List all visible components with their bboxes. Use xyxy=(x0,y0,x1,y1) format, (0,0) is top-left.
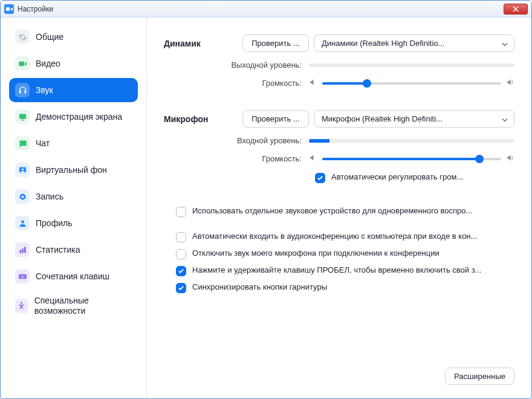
sidebar-item-virtualbg[interactable]: Виртуальный фон xyxy=(9,158,138,182)
option-separate-device-label: Использовать отдельное звуковое устройст… xyxy=(192,206,514,215)
mic-auto-adjust-label: Автоматически регулировать гром... xyxy=(331,172,514,181)
video-icon xyxy=(15,56,30,71)
gear-icon xyxy=(15,30,30,44)
settings-content: Динамик Проверить ... Динамики (Realtek … xyxy=(147,18,531,398)
mic-volume-label: Громкость: xyxy=(164,154,309,163)
screen-icon xyxy=(15,109,30,124)
volume-high-icon xyxy=(506,154,514,164)
mic-volume-slider[interactable] xyxy=(322,158,501,160)
speaker-output-level-label: Выходной уровень: xyxy=(164,60,309,70)
sidebar-item-video[interactable]: Видео xyxy=(9,51,138,76)
sidebar-item-label: Запись xyxy=(36,192,63,202)
option-separate-device-checkbox[interactable]: Использовать отдельное звуковое устройст… xyxy=(176,206,514,217)
svg-rect-8 xyxy=(22,248,24,253)
sidebar: Общие Видео Звук Демонстрация экрана xyxy=(1,18,147,398)
mic-device-select[interactable]: Микрофон (Realtek High Definiti... xyxy=(314,110,514,128)
speaker-test-button[interactable]: Проверить ... xyxy=(242,34,309,52)
checkbox-empty-icon xyxy=(176,249,186,259)
sidebar-item-label: Видео xyxy=(36,59,60,69)
virtualbg-icon xyxy=(15,163,30,177)
titlebar: Настройки xyxy=(1,1,531,18)
sidebar-item-record[interactable]: Запись xyxy=(9,184,138,209)
sidebar-item-profile[interactable]: Профиль xyxy=(9,211,138,235)
mic-input-level-label: Входной уровень: xyxy=(164,136,309,145)
option-auto-join-audio-checkbox[interactable]: Автоматически входить в аудиоконференцию… xyxy=(176,232,514,242)
option-auto-join-audio-label: Автоматически входить в аудиоконференцию… xyxy=(192,232,514,241)
mic-device-value: Микрофон (Realtek High Definiti... xyxy=(322,114,443,123)
svg-rect-11 xyxy=(20,275,21,276)
mic-input-meter xyxy=(309,139,514,143)
advanced-button[interactable]: Расширенные xyxy=(445,368,514,385)
speaker-device-value: Динамики (Realtek High Definitio... xyxy=(322,39,444,48)
svg-point-3 xyxy=(21,168,23,170)
close-button[interactable] xyxy=(504,4,528,15)
mic-auto-adjust-checkbox[interactable]: Автоматически регулировать гром... xyxy=(315,172,514,183)
profile-icon xyxy=(15,216,30,230)
svg-point-6 xyxy=(21,220,24,223)
svg-rect-12 xyxy=(21,275,22,276)
option-sync-headset-label: Синхронизировать кнопки гарнитуры xyxy=(192,282,514,291)
svg-rect-10 xyxy=(19,274,27,279)
speaker-output-meter xyxy=(309,63,514,67)
sidebar-item-screenshare[interactable]: Демонстрация экрана xyxy=(9,105,138,129)
sidebar-item-label: Специальные возможности xyxy=(34,296,132,316)
svg-point-16 xyxy=(21,302,22,304)
sidebar-item-chat[interactable]: Чат xyxy=(9,131,138,155)
record-icon xyxy=(15,189,30,204)
sidebar-item-general[interactable]: Общие xyxy=(9,25,138,49)
sidebar-item-label: Демонстрация экрана xyxy=(36,112,122,122)
checkbox-checked-icon xyxy=(315,173,325,183)
headphones-icon xyxy=(15,83,30,97)
sidebar-item-label: Профиль xyxy=(36,218,72,229)
sidebar-item-label: Звук xyxy=(36,85,53,96)
svg-rect-13 xyxy=(23,275,24,276)
sidebar-item-label: Статистика xyxy=(36,245,80,255)
checkbox-empty-icon xyxy=(176,207,186,217)
sidebar-item-stats[interactable]: Статистика xyxy=(9,238,138,262)
svg-rect-14 xyxy=(24,275,25,276)
svg-rect-1 xyxy=(21,119,24,120)
app-icon xyxy=(4,4,14,14)
svg-rect-0 xyxy=(19,114,25,118)
volume-low-icon xyxy=(309,154,317,164)
mic-test-button[interactable]: Проверить ... xyxy=(242,110,309,128)
checkbox-checked-icon xyxy=(176,283,186,293)
sidebar-item-shortcuts[interactable]: Сочетания клавиш xyxy=(9,264,138,288)
option-spacebar-unmute-checkbox[interactable]: Нажмите и удерживайте клавишу ПРОБЕЛ, чт… xyxy=(176,265,514,276)
chevron-down-icon xyxy=(502,39,508,48)
sidebar-item-label: Общие xyxy=(36,32,63,42)
option-sync-headset-checkbox[interactable]: Синхронизировать кнопки гарнитуры xyxy=(176,282,514,293)
sidebar-item-accessibility[interactable]: Специальные возможности xyxy=(9,291,138,321)
svg-point-5 xyxy=(21,195,24,198)
sidebar-item-label: Чат xyxy=(36,138,50,149)
svg-rect-7 xyxy=(19,250,21,253)
volume-high-icon xyxy=(506,78,514,88)
volume-low-icon xyxy=(309,78,317,88)
chat-icon xyxy=(15,136,30,151)
close-icon xyxy=(513,6,519,12)
checkbox-empty-icon xyxy=(176,232,186,242)
checkbox-checked-icon xyxy=(176,266,186,276)
chevron-down-icon xyxy=(502,114,508,123)
svg-rect-15 xyxy=(21,277,24,277)
speaker-volume-slider[interactable] xyxy=(322,82,501,85)
sidebar-item-label: Сочетания клавиш xyxy=(36,271,109,282)
sidebar-item-audio[interactable]: Звук xyxy=(9,78,138,102)
option-mute-on-join-checkbox[interactable]: Отключить звук моего микрофона при подкл… xyxy=(176,248,514,259)
stats-icon xyxy=(15,242,30,257)
speaker-volume-label: Громкость: xyxy=(164,79,309,88)
window-title: Настройки xyxy=(18,5,53,13)
accessibility-icon xyxy=(15,299,28,313)
speaker-device-select[interactable]: Динамики (Realtek High Definitio... xyxy=(314,34,514,52)
svg-rect-9 xyxy=(24,247,26,253)
option-spacebar-unmute-label: Нажмите и удерживайте клавишу ПРОБЕЛ, чт… xyxy=(192,265,514,274)
mic-heading: Микрофон xyxy=(164,114,242,124)
keyboard-icon xyxy=(15,269,30,284)
sidebar-item-label: Виртуальный фон xyxy=(36,165,107,175)
speaker-heading: Динамик xyxy=(164,39,242,48)
option-mute-on-join-label: Отключить звук моего микрофона при подкл… xyxy=(192,248,514,258)
